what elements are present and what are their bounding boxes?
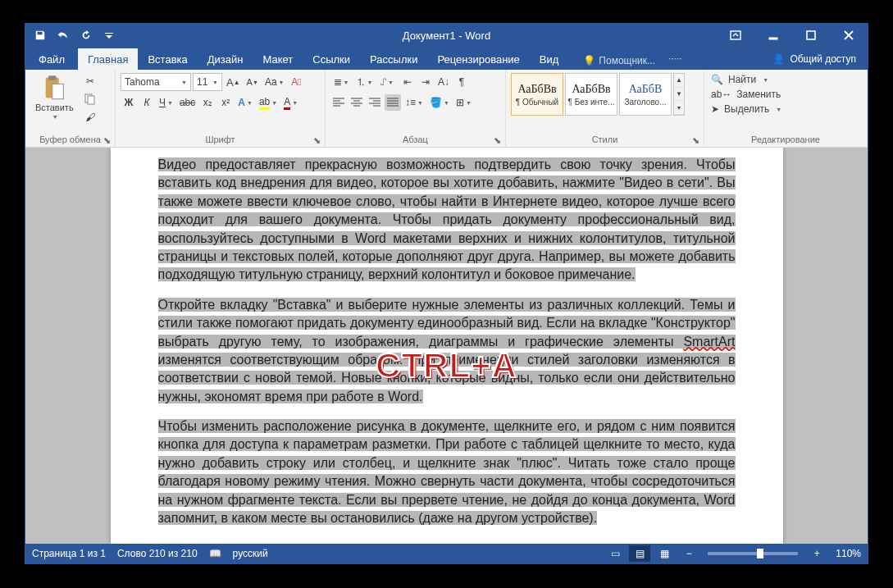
line-spacing-icon: ↕≡ [405,97,416,108]
show-marks-button[interactable]: ¶ [453,74,470,90]
paste-button[interactable]: Вставить ▼ [30,73,79,121]
eraser-icon: A⃠ [291,76,301,88]
redo-button[interactable] [76,25,96,45]
tab-file[interactable]: Файл [29,48,78,70]
styles-gallery: АаБбВв¶ Обычный АаБбВв¶ Без инте... АаБб… [511,73,685,116]
styles-more-button[interactable]: ▾ [674,101,684,115]
align-right-button[interactable] [367,94,383,111]
dialog-launcher-styles[interactable]: ⬊ [690,135,700,145]
dialog-launcher-paragraph[interactable]: ⬊ [492,135,502,145]
tab-mailings[interactable]: Рассылки [360,48,427,70]
underline-button[interactable]: Ч▼ [157,94,175,111]
increase-font-button[interactable]: A▲ [224,74,243,90]
format-painter-button[interactable]: 🖌 [82,109,98,125]
smartart-text: SmartArt [683,335,735,349]
save-button[interactable] [30,25,50,45]
svg-rect-7 [88,96,94,104]
undo-button[interactable] [53,25,73,45]
justify-button[interactable] [385,94,401,111]
group-label-font: Шрифт⬊ [121,133,320,145]
sort-button[interactable]: A↓ [435,74,452,90]
close-button[interactable] [830,24,868,47]
decrease-font-button[interactable]: A▼ [244,74,261,90]
zoom-level[interactable]: 110% [836,548,861,559]
chevron-down-icon: ▼ [52,114,58,120]
bold-button[interactable]: Ж [121,94,137,111]
share-button[interactable]: 👤Общий доступ [761,48,868,70]
strikethrough-button[interactable]: abc [177,94,198,111]
print-layout-button[interactable]: ▤ [629,545,650,562]
svg-rect-5 [52,84,64,98]
italic-button[interactable]: К [139,94,155,111]
align-left-icon [333,98,344,107]
body-text[interactable]: Видео предоставляет прекрасную возможнос… [111,156,783,527]
tell-me-input[interactable]: 💡Помощник... [578,52,660,70]
highlight-button[interactable]: ab▼ [257,94,280,111]
page-indicator[interactable]: Страница 1 из 1 [32,548,106,559]
dialog-launcher-font[interactable]: ⬊ [312,135,321,145]
shading-button[interactable]: 🪣▼ [427,94,452,111]
text-effects-button[interactable]: A▼ [235,94,255,111]
qat-customize-button[interactable] [99,25,119,45]
increase-indent-button[interactable]: ⇥ [417,74,434,90]
word-window: Документ1 - Word Файл Главная Вставка Ди… [25,23,868,564]
select-button[interactable]: ➤Выделить▼ [709,103,783,116]
multilevel-button[interactable]: ⑀▼ [376,73,398,91]
svg-rect-2 [807,31,815,39]
language-indicator[interactable]: русский [233,548,268,559]
style-heading1[interactable]: АаБбВЗаголово... [619,73,672,116]
font-name-select[interactable]: Tahoma▼ [121,73,191,91]
find-button[interactable]: 🔍Найти▼ [709,73,783,86]
styles-scroll: ▲ ▼ ▾ [673,73,685,116]
clear-formatting-button[interactable]: A⃠ [289,74,305,90]
numbering-button[interactable]: ⒈▼ [353,73,375,91]
styles-up-button[interactable]: ▲ [674,74,684,88]
zoom-out-button[interactable]: − [678,545,699,562]
tab-review[interactable]: Рецензирование [427,48,529,70]
scissors-icon: ✂ [86,75,94,87]
cut-button[interactable]: ✂ [82,73,98,89]
copy-button[interactable] [82,91,98,107]
maximize-button[interactable] [792,24,830,47]
styles-down-button[interactable]: ▼ [674,88,684,102]
zoom-in-button[interactable]: + [806,545,827,562]
word-count[interactable]: Слово 210 из 210 [117,548,198,559]
align-left-button[interactable] [330,94,347,111]
change-case-button[interactable]: Aa▼ [262,74,287,90]
font-color-button[interactable]: A▼ [281,94,300,111]
tab-home[interactable]: Главная [78,48,138,70]
align-center-button[interactable] [349,94,365,111]
superscript-button[interactable]: x² [217,94,234,111]
read-mode-button[interactable]: ▭ [604,545,626,562]
style-normal[interactable]: АаБбВв¶ Обычный [511,73,563,116]
style-no-spacing[interactable]: АаБбВв¶ Без инте... [565,73,617,116]
subscript-button[interactable]: x₂ [199,94,216,111]
tab-view[interactable]: Вид [530,48,569,70]
ribbon: Вставить ▼ ✂ 🖌 Буфер обмена⬊ Tahoma▼ 11▼… [25,70,868,148]
bullets-button[interactable]: ≣▼ [330,73,352,91]
decrease-indent-button[interactable]: ⇤ [399,74,416,90]
bullets-icon: ≣ [334,76,342,88]
zoom-thumb[interactable] [757,549,763,558]
borders-button[interactable]: ⊞▼ [453,94,474,111]
multilevel-icon: ⑀ [380,76,386,88]
svg-rect-1 [769,38,777,39]
minimize-button[interactable] [754,24,792,47]
tab-insert[interactable]: Вставка [138,48,197,70]
document-area[interactable]: Видео предоставляет прекрасную возможнос… [25,148,868,544]
web-layout-button[interactable]: ▦ [654,545,675,562]
account-name[interactable]: ····· [660,52,690,64]
font-size-select[interactable]: 11▼ [193,73,222,91]
tab-design[interactable]: Дизайн [198,48,253,70]
proofing-icon[interactable]: 📖 [209,548,221,559]
window-controls [717,24,868,47]
borders-icon: ⊞ [456,97,464,108]
tab-references[interactable]: Ссылки [303,48,360,70]
page: Видео предоставляет прекрасную возможнос… [111,148,783,544]
ribbon-display-button[interactable] [717,24,754,47]
tab-layout[interactable]: Макет [253,48,303,70]
zoom-slider[interactable] [708,552,798,555]
dialog-launcher-clipboard[interactable]: ⬊ [102,135,112,145]
line-spacing-button[interactable]: ↕≡▼ [403,94,426,111]
replace-button[interactable]: ab↔Заменить [709,88,783,101]
